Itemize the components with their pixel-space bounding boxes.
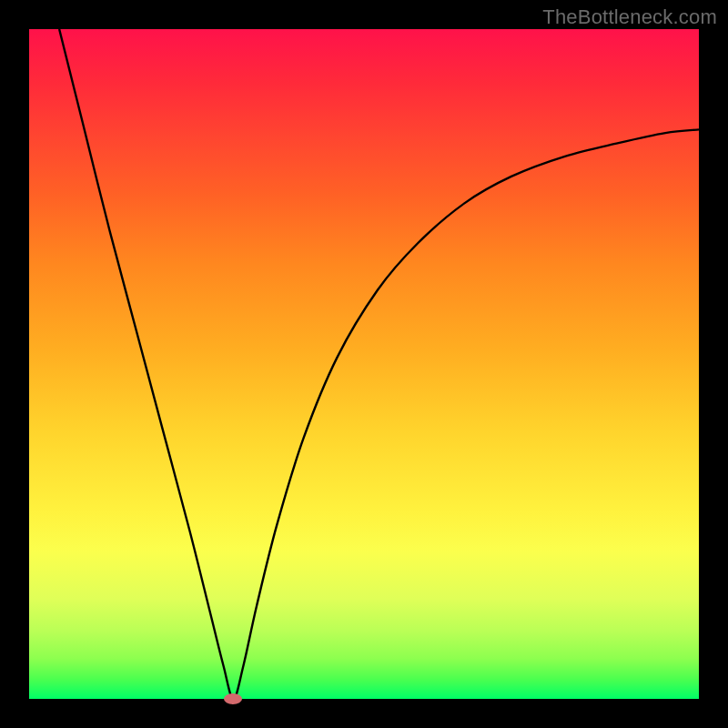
source-label: TheBottleneck.com [542, 5, 717, 29]
plot-area [29, 29, 699, 699]
chart-frame: TheBottleneck.com [0, 0, 728, 728]
curve-svg [29, 29, 699, 699]
minimum-marker [224, 693, 242, 704]
bottleneck-curve [59, 29, 699, 699]
